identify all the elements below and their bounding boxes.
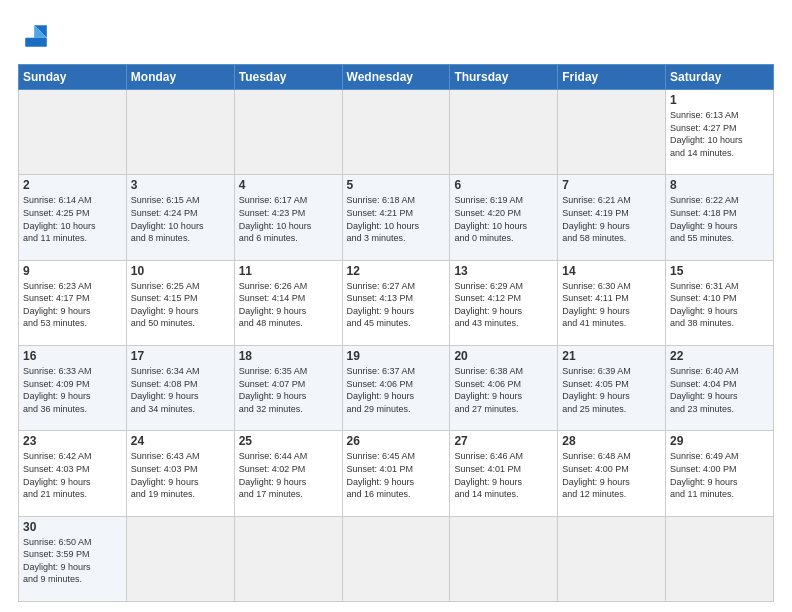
calendar-cell-26: 21Sunrise: 6:39 AMSunset: 4:05 PMDayligh… — [558, 345, 666, 430]
day-number: 10 — [131, 264, 230, 278]
day-info: Sunrise: 6:38 AMSunset: 4:06 PMDaylight:… — [454, 365, 553, 415]
day-info: Sunrise: 6:42 AMSunset: 4:03 PMDaylight:… — [23, 450, 122, 500]
day-number: 27 — [454, 434, 553, 448]
day-info: Sunrise: 6:23 AMSunset: 4:17 PMDaylight:… — [23, 280, 122, 330]
calendar-cell-18: 13Sunrise: 6:29 AMSunset: 4:12 PMDayligh… — [450, 260, 558, 345]
day-number: 13 — [454, 264, 553, 278]
calendar-cell-7: 2Sunrise: 6:14 AMSunset: 4:25 PMDaylight… — [19, 175, 127, 260]
calendar-cell-40 — [558, 516, 666, 601]
calendar-cell-9: 4Sunrise: 6:17 AMSunset: 4:23 PMDaylight… — [234, 175, 342, 260]
day-number: 12 — [347, 264, 446, 278]
calendar-cell-30: 25Sunrise: 6:44 AMSunset: 4:02 PMDayligh… — [234, 431, 342, 516]
calendar-row-3: 16Sunrise: 6:33 AMSunset: 4:09 PMDayligh… — [19, 345, 774, 430]
header — [18, 18, 774, 54]
calendar-cell-34: 29Sunrise: 6:49 AMSunset: 4:00 PMDayligh… — [666, 431, 774, 516]
day-info: Sunrise: 6:48 AMSunset: 4:00 PMDaylight:… — [562, 450, 661, 500]
calendar-cell-22: 17Sunrise: 6:34 AMSunset: 4:08 PMDayligh… — [126, 345, 234, 430]
calendar-cell-28: 23Sunrise: 6:42 AMSunset: 4:03 PMDayligh… — [19, 431, 127, 516]
calendar-cell-25: 20Sunrise: 6:38 AMSunset: 4:06 PMDayligh… — [450, 345, 558, 430]
day-info: Sunrise: 6:43 AMSunset: 4:03 PMDaylight:… — [131, 450, 230, 500]
day-number: 29 — [670, 434, 769, 448]
calendar-cell-41 — [666, 516, 774, 601]
day-number: 30 — [23, 520, 122, 534]
calendar-cell-32: 27Sunrise: 6:46 AMSunset: 4:01 PMDayligh… — [450, 431, 558, 516]
calendar-cell-0 — [19, 90, 127, 175]
calendar-cell-17: 12Sunrise: 6:27 AMSunset: 4:13 PMDayligh… — [342, 260, 450, 345]
day-info: Sunrise: 6:19 AMSunset: 4:20 PMDaylight:… — [454, 194, 553, 244]
day-info: Sunrise: 6:34 AMSunset: 4:08 PMDaylight:… — [131, 365, 230, 415]
day-number: 1 — [670, 93, 769, 107]
day-number: 22 — [670, 349, 769, 363]
day-info: Sunrise: 6:17 AMSunset: 4:23 PMDaylight:… — [239, 194, 338, 244]
calendar-cell-39 — [450, 516, 558, 601]
day-info: Sunrise: 6:33 AMSunset: 4:09 PMDaylight:… — [23, 365, 122, 415]
day-number: 17 — [131, 349, 230, 363]
day-number: 28 — [562, 434, 661, 448]
calendar-cell-15: 10Sunrise: 6:25 AMSunset: 4:15 PMDayligh… — [126, 260, 234, 345]
calendar-cell-10: 5Sunrise: 6:18 AMSunset: 4:21 PMDaylight… — [342, 175, 450, 260]
day-info: Sunrise: 6:13 AMSunset: 4:27 PMDaylight:… — [670, 109, 769, 159]
calendar-cell-29: 24Sunrise: 6:43 AMSunset: 4:03 PMDayligh… — [126, 431, 234, 516]
calendar-cell-6: 1Sunrise: 6:13 AMSunset: 4:27 PMDaylight… — [666, 90, 774, 175]
day-info: Sunrise: 6:50 AMSunset: 3:59 PMDaylight:… — [23, 536, 122, 586]
calendar-cell-4 — [450, 90, 558, 175]
calendar-cell-12: 7Sunrise: 6:21 AMSunset: 4:19 PMDaylight… — [558, 175, 666, 260]
calendar-cell-11: 6Sunrise: 6:19 AMSunset: 4:20 PMDaylight… — [450, 175, 558, 260]
calendar-cell-2 — [234, 90, 342, 175]
calendar-cell-19: 14Sunrise: 6:30 AMSunset: 4:11 PMDayligh… — [558, 260, 666, 345]
day-number: 26 — [347, 434, 446, 448]
calendar-cell-21: 16Sunrise: 6:33 AMSunset: 4:09 PMDayligh… — [19, 345, 127, 430]
day-number: 3 — [131, 178, 230, 192]
calendar-cell-31: 26Sunrise: 6:45 AMSunset: 4:01 PMDayligh… — [342, 431, 450, 516]
day-info: Sunrise: 6:27 AMSunset: 4:13 PMDaylight:… — [347, 280, 446, 330]
day-info: Sunrise: 6:25 AMSunset: 4:15 PMDaylight:… — [131, 280, 230, 330]
calendar-row-2: 9Sunrise: 6:23 AMSunset: 4:17 PMDaylight… — [19, 260, 774, 345]
calendar-cell-24: 19Sunrise: 6:37 AMSunset: 4:06 PMDayligh… — [342, 345, 450, 430]
day-info: Sunrise: 6:29 AMSunset: 4:12 PMDaylight:… — [454, 280, 553, 330]
weekday-header-wednesday: Wednesday — [342, 65, 450, 90]
day-info: Sunrise: 6:31 AMSunset: 4:10 PMDaylight:… — [670, 280, 769, 330]
day-number: 23 — [23, 434, 122, 448]
day-info: Sunrise: 6:40 AMSunset: 4:04 PMDaylight:… — [670, 365, 769, 415]
day-info: Sunrise: 6:21 AMSunset: 4:19 PMDaylight:… — [562, 194, 661, 244]
calendar-cell-13: 8Sunrise: 6:22 AMSunset: 4:18 PMDaylight… — [666, 175, 774, 260]
day-number: 6 — [454, 178, 553, 192]
calendar-cell-33: 28Sunrise: 6:48 AMSunset: 4:00 PMDayligh… — [558, 431, 666, 516]
day-number: 16 — [23, 349, 122, 363]
weekday-header-sunday: Sunday — [19, 65, 127, 90]
weekday-header-row: SundayMondayTuesdayWednesdayThursdayFrid… — [19, 65, 774, 90]
day-info: Sunrise: 6:46 AMSunset: 4:01 PMDaylight:… — [454, 450, 553, 500]
logo-icon — [18, 18, 54, 54]
calendar-cell-1 — [126, 90, 234, 175]
logo — [18, 18, 60, 54]
day-number: 2 — [23, 178, 122, 192]
day-info: Sunrise: 6:30 AMSunset: 4:11 PMDaylight:… — [562, 280, 661, 330]
day-info: Sunrise: 6:26 AMSunset: 4:14 PMDaylight:… — [239, 280, 338, 330]
day-info: Sunrise: 6:37 AMSunset: 4:06 PMDaylight:… — [347, 365, 446, 415]
day-number: 4 — [239, 178, 338, 192]
day-number: 9 — [23, 264, 122, 278]
day-info: Sunrise: 6:45 AMSunset: 4:01 PMDaylight:… — [347, 450, 446, 500]
day-info: Sunrise: 6:18 AMSunset: 4:21 PMDaylight:… — [347, 194, 446, 244]
day-info: Sunrise: 6:39 AMSunset: 4:05 PMDaylight:… — [562, 365, 661, 415]
calendar-cell-37 — [234, 516, 342, 601]
calendar-cell-3 — [342, 90, 450, 175]
calendar-cell-23: 18Sunrise: 6:35 AMSunset: 4:07 PMDayligh… — [234, 345, 342, 430]
day-info: Sunrise: 6:14 AMSunset: 4:25 PMDaylight:… — [23, 194, 122, 244]
day-number: 5 — [347, 178, 446, 192]
page: SundayMondayTuesdayWednesdayThursdayFrid… — [0, 0, 792, 612]
weekday-header-friday: Friday — [558, 65, 666, 90]
day-number: 7 — [562, 178, 661, 192]
calendar-row-0: 1Sunrise: 6:13 AMSunset: 4:27 PMDaylight… — [19, 90, 774, 175]
day-number: 24 — [131, 434, 230, 448]
calendar-row-4: 23Sunrise: 6:42 AMSunset: 4:03 PMDayligh… — [19, 431, 774, 516]
day-info: Sunrise: 6:22 AMSunset: 4:18 PMDaylight:… — [670, 194, 769, 244]
calendar-row-1: 2Sunrise: 6:14 AMSunset: 4:25 PMDaylight… — [19, 175, 774, 260]
calendar-cell-36 — [126, 516, 234, 601]
weekday-header-monday: Monday — [126, 65, 234, 90]
day-number: 21 — [562, 349, 661, 363]
calendar-table: SundayMondayTuesdayWednesdayThursdayFrid… — [18, 64, 774, 602]
day-info: Sunrise: 6:15 AMSunset: 4:24 PMDaylight:… — [131, 194, 230, 244]
calendar-cell-20: 15Sunrise: 6:31 AMSunset: 4:10 PMDayligh… — [666, 260, 774, 345]
calendar-cell-5 — [558, 90, 666, 175]
